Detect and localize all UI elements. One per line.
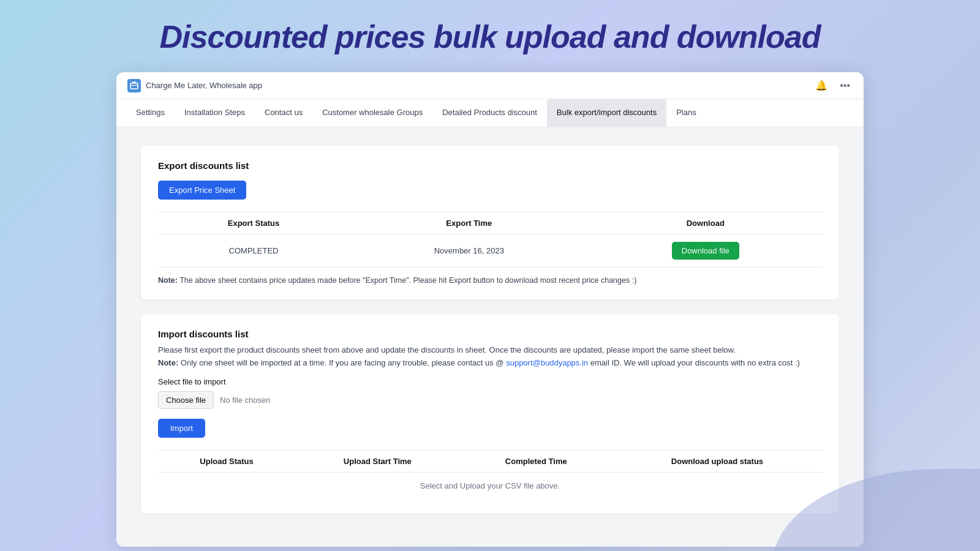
export-time-cell: November 16, 2023 <box>349 234 589 268</box>
nav-tabs: Settings Installation Steps Contact us C… <box>116 99 864 127</box>
tab-plans[interactable]: Plans <box>666 99 706 127</box>
import-empty-message: Select and Upload your CSV file above. <box>158 473 822 500</box>
export-time-col-header: Export Time <box>349 212 589 234</box>
app-window: Charge Me Later, Wholesale app 🔔 ••• Set… <box>116 72 864 547</box>
titlebar-right: 🔔 ••• <box>813 78 853 92</box>
app-icon <box>127 79 141 92</box>
export-status-col-header: Export Status <box>158 212 349 234</box>
upload-status-col-header: Upload Status <box>158 451 295 473</box>
export-section-title: Export discounts list <box>158 160 822 171</box>
tab-customer-wholesale-groups[interactable]: Customer wholesale Groups <box>312 99 432 127</box>
more-options-icon-btn[interactable]: ••• <box>837 79 853 92</box>
select-file-label: Select file to import <box>158 377 822 386</box>
import-button[interactable]: Import <box>158 419 205 438</box>
notification-icon-btn[interactable]: 🔔 <box>813 78 830 92</box>
import-note-suffix: email ID. We will upload your discounts … <box>590 358 800 367</box>
completed-time-col-header: Completed Time <box>460 451 612 473</box>
titlebar-left: Charge Me Later, Wholesale app <box>127 79 262 92</box>
import-table: Upload Status Upload Start Time Complete… <box>158 450 822 499</box>
tab-settings[interactable]: Settings <box>126 99 175 127</box>
main-content: Export discounts list Export Price Sheet… <box>116 127 864 547</box>
export-status-cell: COMPLETED <box>158 234 349 268</box>
export-note-prefix: Note: <box>158 276 178 285</box>
tab-installation-steps[interactable]: Installation Steps <box>175 99 255 127</box>
page-heading: Discounted prices bulk upload and downlo… <box>160 18 821 55</box>
import-card: Import discounts list Please first expor… <box>141 314 839 514</box>
export-card: Export discounts list Export Price Sheet… <box>141 146 839 299</box>
download-upload-status-col-header: Download upload status <box>612 451 822 473</box>
export-table: Export Status Export Time Download COMPL… <box>158 212 822 268</box>
tab-bulk-export-import-discounts[interactable]: Bulk export/import discounts <box>547 99 666 127</box>
window-titlebar: Charge Me Later, Wholesale app 🔔 ••• <box>116 72 864 99</box>
upload-start-time-col-header: Upload Start Time <box>295 451 459 473</box>
file-input-row: Choose file No file chosen <box>158 391 822 409</box>
import-note-text: Only one sheet will be imported at a tim… <box>181 358 504 367</box>
export-note: Note: The above sheet contains price upd… <box>158 276 822 285</box>
download-col-header: Download <box>589 212 822 234</box>
download-file-button[interactable]: Download file <box>672 242 739 260</box>
table-row: COMPLETED November 16, 2023 Download fil… <box>158 234 822 268</box>
import-empty-row: Select and Upload your CSV file above. <box>158 473 822 500</box>
tab-contact-us[interactable]: Contact us <box>255 99 312 127</box>
support-email-link[interactable]: support@buddyapps.in <box>506 358 588 367</box>
import-section-title: Import discounts list <box>158 329 822 339</box>
app-title: Charge Me Later, Wholesale app <box>146 81 262 90</box>
download-cell: Download file <box>589 234 822 268</box>
tab-detailed-products-discount[interactable]: Detailed Products discount <box>432 99 547 127</box>
import-note: Note: Only one sheet will be imported at… <box>158 358 822 367</box>
no-file-text: No file chosen <box>220 395 270 405</box>
export-note-text: The above sheet contains price updates m… <box>179 276 636 285</box>
import-description: Please first export the product discount… <box>158 345 822 354</box>
export-price-sheet-button[interactable]: Export Price Sheet <box>158 181 246 200</box>
choose-file-button[interactable]: Choose file <box>158 391 214 409</box>
svg-rect-0 <box>130 83 138 89</box>
import-note-prefix: Note: <box>158 358 178 367</box>
